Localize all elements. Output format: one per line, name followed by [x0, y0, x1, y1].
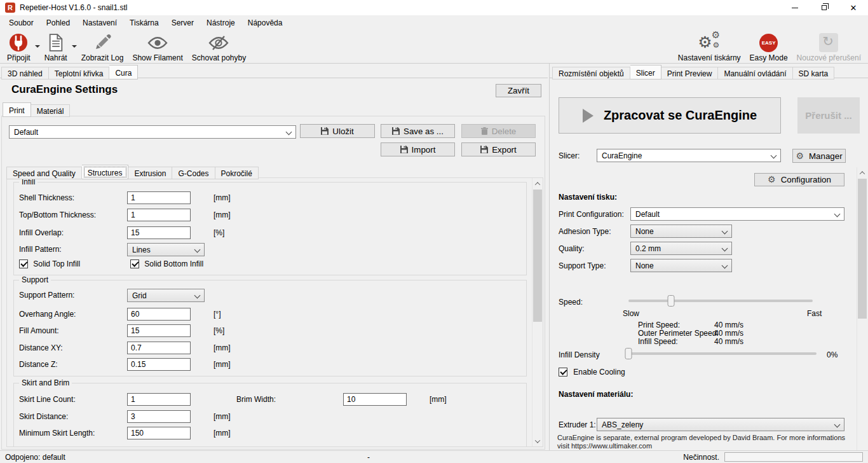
- scroll-up-arrow-icon[interactable]: [532, 178, 543, 189]
- load-button[interactable]: Nahrát: [40, 30, 72, 63]
- menu-server[interactable]: Server: [165, 17, 200, 29]
- tab-slicer[interactable]: Slicer: [630, 65, 661, 79]
- right-tab-strip: Rozmístění objektů Slicer Print Preview …: [552, 65, 834, 79]
- hide-travel-button[interactable]: Schovat pohyby: [187, 30, 250, 63]
- infill-overlap-label: Infill Overlap:: [19, 228, 64, 237]
- menu-tiskarna[interactable]: Tiskárna: [123, 17, 165, 29]
- chevron-down-icon: [194, 247, 201, 253]
- adhesion-type-select[interactable]: None: [630, 225, 732, 238]
- tab-sd-card[interactable]: SD karta: [793, 67, 835, 79]
- tab-object-placement[interactable]: Rozmístění objektů: [552, 67, 630, 79]
- window-controls: [780, 0, 868, 15]
- skirt-line-count-input[interactable]: [127, 393, 191, 406]
- manager-button[interactable]: Manager: [792, 149, 846, 163]
- minimum-skirt-length-input[interactable]: [127, 427, 191, 439]
- configuration-button[interactable]: Configuration: [754, 173, 844, 186]
- tab-temperature-curve[interactable]: Teplotní křivka: [49, 67, 110, 79]
- tab-print-preview[interactable]: Print Preview: [661, 67, 719, 79]
- settings-scrollbar[interactable]: [532, 178, 543, 446]
- profile-select[interactable]: Default: [9, 125, 296, 139]
- tab-object-placement-label: Rozmístění objektů: [559, 69, 624, 78]
- menu-nastroje[interactable]: Nástroje: [200, 17, 241, 29]
- close-button[interactable]: [839, 0, 868, 15]
- infill-pattern-select[interactable]: Lines: [127, 243, 205, 256]
- scrollbar-thumb[interactable]: [533, 190, 542, 322]
- top-bottom-thickness-input[interactable]: [127, 209, 191, 221]
- tab-manual-control[interactable]: Manuální ovládání: [718, 67, 792, 79]
- scrollbar-thumb[interactable]: [858, 179, 867, 319]
- tab-3d-view[interactable]: 3D náhled: [1, 67, 49, 79]
- tab-extrusion[interactable]: Extrusion: [128, 167, 172, 179]
- brim-width-label: Brim Width:: [236, 395, 276, 404]
- skirt-line-count-label: Skirt Line Count:: [19, 395, 76, 404]
- slider-thumb[interactable]: [625, 348, 632, 359]
- overhang-angle-label: Overhang Angle:: [19, 310, 76, 319]
- save-button[interactable]: Uložit: [300, 124, 375, 138]
- tab-speed-quality[interactable]: Speed and Quality: [6, 167, 82, 179]
- scroll-up-arrow-icon[interactable]: [857, 167, 867, 178]
- shell-thickness-row: Shell Thickness: [mm]: [14, 191, 526, 205]
- speed-slider[interactable]: [628, 295, 813, 307]
- tab-gcodes[interactable]: G-Codes: [172, 167, 215, 179]
- slicer-select[interactable]: CuraEngine: [597, 149, 781, 162]
- slice-button[interactable]: Zpracovat se CuraEngine: [559, 97, 781, 134]
- printer-settings-label: Nastavení tiskárny: [678, 53, 741, 62]
- export-button[interactable]: Export: [461, 142, 536, 156]
- easy-badge: EASY: [759, 34, 778, 52]
- show-filament-button[interactable]: Show Filament: [128, 30, 187, 63]
- tab-structures[interactable]: Structures: [82, 165, 129, 179]
- slider-thumb[interactable]: [667, 295, 674, 307]
- chevron-down-icon: [286, 129, 292, 135]
- tab-cura[interactable]: Cura: [109, 65, 138, 79]
- distance-xy-input[interactable]: [127, 342, 191, 354]
- menu-napoveda[interactable]: Nápověda: [241, 17, 289, 29]
- tab-advanced[interactable]: Pokročilé: [215, 167, 259, 179]
- delete-button: Delete: [461, 124, 536, 138]
- easy-mode-icon: EASY: [759, 32, 778, 53]
- scroll-down-arrow-icon[interactable]: [532, 436, 543, 446]
- chevron-down-icon: [194, 293, 201, 299]
- minimize-button[interactable]: [780, 0, 810, 15]
- close-settings-button[interactable]: Zavřít: [496, 84, 541, 97]
- brim-width-input[interactable]: [343, 393, 407, 406]
- distance-xy-label: Distance XY:: [19, 343, 63, 352]
- tab-print[interactable]: Print: [3, 102, 31, 117]
- fill-amount-input[interactable]: [127, 324, 191, 337]
- connect-dropdown-caret[interactable]: [35, 45, 40, 48]
- solid-top-infill-checkbox[interactable]: [19, 259, 28, 268]
- import-button[interactable]: Import: [381, 142, 455, 156]
- slicer-scrollbar[interactable]: [857, 167, 867, 461]
- show-log-button[interactable]: Zobrazit Log: [77, 30, 128, 63]
- distance-z-input[interactable]: [127, 358, 191, 371]
- main-area: 3D náhled Teplotní křivka Cura CuraEngin…: [0, 64, 868, 450]
- overhang-angle-input[interactable]: [127, 308, 191, 321]
- trash-icon: [481, 127, 488, 135]
- print-speed-label: Print Speed:: [638, 321, 680, 329]
- extruder1-select[interactable]: ABS_zeleny: [597, 418, 844, 431]
- load-dropdown-caret[interactable]: [72, 45, 77, 48]
- shell-thickness-input[interactable]: [127, 191, 191, 204]
- emergency-stop-button: Nouzové přerušení: [792, 30, 865, 63]
- connect-button[interactable]: Připojit: [3, 30, 35, 63]
- menu-pohled[interactable]: Pohled: [40, 17, 76, 29]
- print-configuration-select[interactable]: Default: [630, 207, 844, 221]
- infill-overlap-input[interactable]: [127, 226, 191, 239]
- easy-mode-button[interactable]: EASY Easy Mode: [745, 30, 792, 63]
- quality-value: 0.2 mm: [635, 244, 661, 253]
- solid-bottom-infill-checkbox[interactable]: [130, 259, 139, 268]
- support-type-select[interactable]: None: [630, 259, 732, 272]
- skirt-distance-input[interactable]: [127, 410, 191, 423]
- menu-soubor[interactable]: Soubor: [3, 17, 40, 29]
- infill-density-slider[interactable]: [628, 348, 817, 359]
- support-type-label: Support Type:: [559, 261, 606, 270]
- restore-button[interactable]: [810, 0, 839, 15]
- tab-material[interactable]: Materiál: [31, 104, 71, 117]
- save-as-button[interactable]: Save as ...: [381, 124, 455, 138]
- enable-cooling-checkbox[interactable]: [559, 368, 567, 377]
- menu-nastaveni[interactable]: Nastavení: [76, 17, 123, 29]
- support-pattern-select[interactable]: Grid: [127, 289, 205, 302]
- quality-select[interactable]: 0.2 mm: [630, 242, 732, 255]
- window-title: Repetier-Host V1.6.0 - snail1.stl: [20, 3, 127, 12]
- printer-settings-button[interactable]: Nastavení tiskárny: [674, 30, 745, 63]
- tab-gcodes-label: G-Codes: [178, 169, 208, 178]
